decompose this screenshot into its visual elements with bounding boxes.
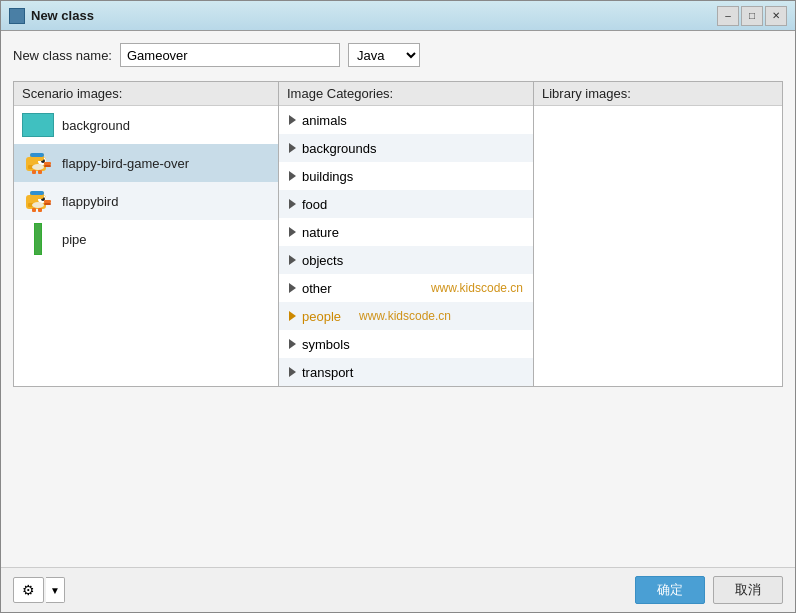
name-label: New class name: bbox=[13, 48, 112, 63]
category-label: people bbox=[302, 309, 341, 324]
flappybird-sprite bbox=[22, 185, 54, 217]
scenario-panel-header: Scenario images: bbox=[14, 82, 278, 106]
category-item[interactable]: objects bbox=[279, 246, 533, 274]
svg-rect-9 bbox=[32, 170, 36, 174]
panels-row: Scenario images: background bbox=[13, 81, 783, 387]
flappybird-icon bbox=[22, 185, 54, 217]
expand-icon bbox=[289, 339, 296, 349]
svg-rect-5 bbox=[44, 165, 51, 167]
svg-rect-10 bbox=[38, 170, 42, 174]
svg-rect-21 bbox=[38, 208, 42, 212]
svg-rect-19 bbox=[30, 191, 44, 195]
name-row: New class name: Java Groovy Kotlin bbox=[13, 43, 783, 67]
new-class-dialog: New class – □ ✕ New class name: Java Gro… bbox=[0, 0, 796, 613]
item-label: background bbox=[62, 118, 130, 133]
category-label: nature bbox=[302, 225, 339, 240]
list-item[interactable]: flappy-bird-game-over bbox=[14, 144, 278, 182]
categories-list: animals backgrounds buildings food bbox=[279, 106, 533, 386]
svg-rect-8 bbox=[30, 153, 44, 157]
bottom-bar: ⚙ ▼ 确定 取消 bbox=[1, 567, 795, 612]
flappy-gameover-icon bbox=[22, 147, 54, 179]
library-images-panel: Library images: bbox=[534, 82, 782, 386]
title-bar: New class – □ ✕ bbox=[1, 1, 795, 31]
category-item[interactable]: other www.kidscode.cn bbox=[279, 274, 533, 302]
category-label: other bbox=[302, 281, 332, 296]
library-images-list bbox=[534, 106, 782, 386]
list-item[interactable]: background bbox=[14, 106, 278, 144]
item-label: flappy-bird-game-over bbox=[62, 156, 189, 171]
expand-icon bbox=[289, 283, 296, 293]
watermark-text: www.kidscode.cn bbox=[359, 309, 451, 323]
expand-icon bbox=[289, 143, 296, 153]
category-item[interactable]: backgrounds bbox=[279, 134, 533, 162]
svg-point-6 bbox=[32, 164, 44, 170]
library-panel-header: Library images: bbox=[534, 82, 782, 106]
bottom-left-buttons: ⚙ ▼ bbox=[13, 577, 65, 603]
category-item[interactable]: food bbox=[279, 190, 533, 218]
expand-icon bbox=[289, 255, 296, 265]
close-button[interactable]: ✕ bbox=[765, 6, 787, 26]
item-label: flappybird bbox=[62, 194, 118, 209]
window-title: New class bbox=[31, 8, 717, 23]
confirm-button[interactable]: 确定 bbox=[635, 576, 705, 604]
svg-rect-15 bbox=[44, 200, 51, 203]
categories-panel-header: Image Categories: bbox=[279, 82, 533, 106]
category-label: objects bbox=[302, 253, 343, 268]
window-icon bbox=[9, 8, 25, 24]
bottom-right-buttons: 确定 取消 bbox=[635, 576, 783, 604]
svg-rect-4 bbox=[44, 162, 51, 165]
category-label: food bbox=[302, 197, 327, 212]
background-icon bbox=[22, 109, 54, 141]
gear-dropdown-button[interactable]: ▼ bbox=[46, 577, 65, 603]
flappy-gameover-sprite bbox=[22, 147, 54, 179]
image-categories-panel: Image Categories: animals backgrounds bbox=[279, 82, 534, 386]
minimize-button[interactable]: – bbox=[717, 6, 739, 26]
expand-icon bbox=[289, 171, 296, 181]
expand-icon bbox=[289, 115, 296, 125]
category-label: backgrounds bbox=[302, 141, 376, 156]
expand-icon bbox=[289, 367, 296, 377]
title-bar-buttons: – □ ✕ bbox=[717, 6, 787, 26]
class-name-input[interactable] bbox=[120, 43, 340, 67]
gear-button[interactable]: ⚙ bbox=[13, 577, 44, 603]
expand-icon bbox=[289, 227, 296, 237]
scenario-images-list: background bbox=[14, 106, 278, 386]
category-item[interactable]: nature bbox=[279, 218, 533, 246]
svg-rect-16 bbox=[44, 203, 51, 205]
list-item[interactable]: pipe bbox=[14, 220, 278, 258]
expand-icon bbox=[289, 199, 296, 209]
category-item[interactable]: symbols bbox=[279, 330, 533, 358]
svg-point-17 bbox=[32, 202, 44, 208]
category-item[interactable]: people www.kidscode.cn bbox=[279, 302, 533, 330]
category-label: symbols bbox=[302, 337, 350, 352]
watermark: www.kidscode.cn bbox=[431, 281, 523, 295]
panels-wrapper: Scenario images: background bbox=[13, 81, 783, 555]
pipe-icon bbox=[22, 223, 54, 255]
category-item[interactable]: animals bbox=[279, 106, 533, 134]
item-label: pipe bbox=[62, 232, 87, 247]
dialog-content: New class name: Java Groovy Kotlin Scena… bbox=[1, 31, 795, 567]
maximize-button[interactable]: □ bbox=[741, 6, 763, 26]
background-image bbox=[22, 113, 54, 137]
language-select[interactable]: Java Groovy Kotlin bbox=[348, 43, 420, 67]
cancel-button[interactable]: 取消 bbox=[713, 576, 783, 604]
expand-icon bbox=[289, 311, 296, 321]
category-label: transport bbox=[302, 365, 353, 380]
pipe-image bbox=[34, 223, 42, 255]
category-item[interactable]: buildings bbox=[279, 162, 533, 190]
category-item[interactable]: transport bbox=[279, 358, 533, 386]
category-label: animals bbox=[302, 113, 347, 128]
list-item[interactable]: flappybird bbox=[14, 182, 278, 220]
svg-rect-20 bbox=[32, 208, 36, 212]
category-label: buildings bbox=[302, 169, 353, 184]
scenario-images-panel: Scenario images: background bbox=[14, 82, 279, 386]
